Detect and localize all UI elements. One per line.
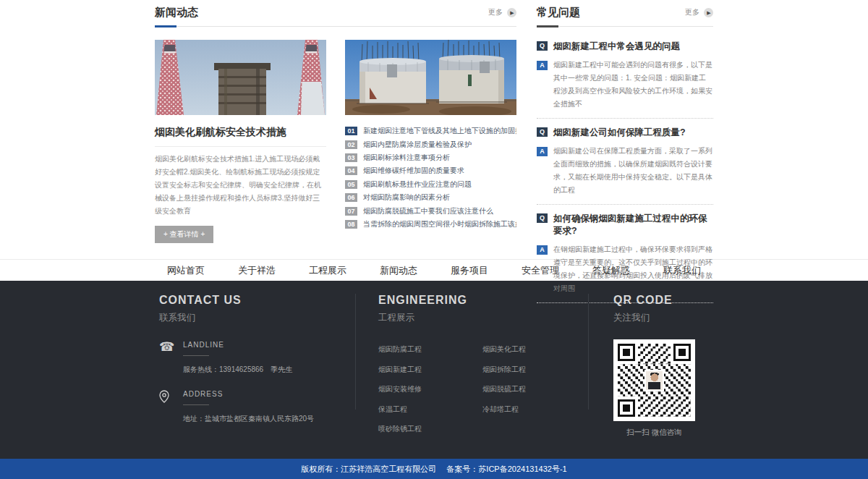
footer-link-insulation[interactable]: 保温工程 [378, 405, 407, 413]
faq-item: Q 如何确保钢烟囱新建施工过程中的环保要求? A 在钢烟囱新建施工过程中，确保环… [537, 213, 713, 303]
faq-separator [537, 118, 713, 119]
news-list-column: 01新建烟囱注意地下管线及其地上地下设施的加固措施 02烟囱内壁防腐涂层质量检验… [345, 40, 516, 243]
faq-question-row[interactable]: Q 烟囱新建公司如何保障工程质量? [537, 127, 713, 139]
question-icon: Q [537, 41, 548, 51]
answer-icon: A [537, 61, 548, 70]
nav-link-home[interactable]: 网站首页 [167, 264, 205, 277]
news-more-link[interactable]: 更多 ▶ [488, 7, 516, 17]
copyright-bar: 版权所有：江苏祥浩高空工程有限公司 备案号：苏ICP备2024131432号-1 [0, 459, 868, 479]
news-item-number: 04 [345, 166, 357, 175]
answer-icon: A [537, 245, 548, 255]
map-pin-icon [159, 390, 183, 424]
qr-code-image [613, 339, 695, 421]
question-icon: Q [537, 127, 548, 137]
phone-number: 服务热线：13914625866 季先生 [183, 365, 292, 375]
landline-underline [183, 355, 209, 356]
featured-article: 烟囱美化刷航标安全技术措施 烟囱美化刷航标安全技术措施1.进入施工现场必须戴好安… [155, 40, 326, 243]
nav-link-contact[interactable]: 联系我们 [663, 264, 701, 277]
question-icon: Q [537, 213, 548, 223]
faq-separator [537, 204, 713, 205]
news-section-title: 新闻动态 [155, 6, 198, 20]
footer-qr-column: QR CODE 关注我们 [589, 294, 713, 438]
news-list-photo[interactable] [345, 40, 516, 115]
news-item-number: 05 [345, 180, 357, 189]
news-list-item[interactable]: 07烟囱防腐脱硫施工中要我们应该注意什么 [345, 204, 516, 217]
nav-link-faq[interactable]: 答疑解惑 [592, 264, 630, 277]
news-item-number: 03 [345, 153, 357, 162]
faq-question-row[interactable]: Q 烟囱新建工程中常会遇见的问题 [537, 41, 713, 53]
faq-item: Q 烟囱新建工程中常会遇见的问题 A 烟囱新建工程中可能会遇到的问题有很多，以下… [537, 41, 713, 119]
phone-icon: ☎ [159, 341, 183, 375]
qr-heading: QR CODE [613, 294, 713, 307]
contact-heading: CONTACT US [159, 294, 355, 307]
news-item-number: 01 [345, 127, 357, 135]
faq-more-link[interactable]: 更多 ▶ [685, 7, 713, 17]
faq-section-title: 常见问题 [537, 6, 580, 20]
news-item-number: 08 [345, 220, 357, 229]
qr-subheading: 关注我们 [613, 312, 713, 324]
contact-subheading: 联系我们 [159, 312, 355, 324]
news-more-label: 更多 [488, 7, 503, 17]
address-text: 地址：盐城市盐都区秦南镇人民东路20号 [183, 414, 314, 424]
footer-link-anticorrosion[interactable]: 烟囱防腐工程 [378, 345, 422, 353]
qr-caption: 扫一扫 微信咨询 [613, 428, 695, 438]
main-content-area: 新闻动态 更多 ▶ [0, 0, 868, 259]
nav-link-safety[interactable]: 安全管理 [522, 264, 559, 277]
faq-question-row[interactable]: Q 如何确保钢烟囱新建施工过程中的环保要求? [537, 213, 713, 237]
nav-link-about[interactable]: 关于祥浩 [238, 264, 276, 277]
featured-article-excerpt: 烟囱美化刷航标安全技术措施1.进入施工现场必须戴好安全帽2.烟囱美化、绘制航标施… [155, 153, 326, 218]
faq-header-rule [537, 26, 713, 27]
footer-contact-column: CONTACT US 联系我们 ☎ LANDLINE 服务热线：13914625… [155, 294, 356, 410]
news-item-number: 07 [345, 207, 357, 216]
address-label: ADDRESS [183, 390, 314, 398]
news-list-item[interactable]: 08当需拆除的烟囱周围空间很小时烟囱拆除施工该如... [345, 218, 516, 231]
faq-more-label: 更多 [685, 7, 699, 17]
footer-engineering-column: ENGINEERING 工程展示 烟囱防腐工程 烟囱新建工程 烟囱安装维修 保温… [356, 294, 589, 410]
footer-link-cooling-tower[interactable]: 冷却塔工程 [482, 405, 519, 413]
nav-link-services[interactable]: 服务项目 [451, 264, 488, 277]
engineering-links-col1: 烟囱防腐工程 烟囱新建工程 烟囱安装维修 保温工程 喷砂除锈工程 [378, 342, 482, 441]
featured-article-title[interactable]: 烟囱美化刷航标安全技术措施 [155, 126, 326, 139]
news-list-item[interactable]: 05烟囱刷航标悬挂作业应注意的问题 [345, 178, 516, 191]
more-arrow-icon: ▶ [704, 8, 713, 17]
footer-link-install-repair[interactable]: 烟囱安装维修 [378, 385, 422, 393]
nav-link-projects[interactable]: 工程展示 [309, 264, 346, 277]
landline-label: LANDLINE [183, 341, 292, 349]
faq-answer: 烟囱新建公司在保障工程质量方面，采取了一系列全面而细致的措施，以确保所建烟囱既符… [553, 145, 713, 197]
engineering-links-col2: 烟囱美化工程 烟囱拆除工程 烟囱脱硫工程 冷却塔工程 [482, 342, 587, 441]
news-list-item[interactable]: 02烟囱内壁防腐涂层质量检验及保护 [345, 137, 516, 151]
news-list-item[interactable]: 06对烟囱防腐影响的因素分析 [345, 191, 516, 204]
nav-link-news[interactable]: 新闻动态 [380, 264, 417, 277]
engineering-heading: ENGINEERING [378, 294, 588, 307]
featured-article-photo[interactable] [155, 40, 326, 115]
news-list-item[interactable]: 03烟囱刷标涂料注意事项分析 [345, 151, 516, 164]
footer-link-demolition[interactable]: 烟囱拆除工程 [482, 365, 526, 373]
view-details-button[interactable]: + 查看详情 + [155, 226, 213, 243]
footer-link-sandblasting[interactable]: 喷砂除锈工程 [378, 425, 422, 433]
footer-link-new-build[interactable]: 烟囱新建工程 [378, 365, 422, 373]
news-list: 01新建烟囱注意地下管线及其地上地下设施的加固措施 02烟囱内壁防腐涂层质量检验… [345, 124, 516, 231]
featured-article-divider [155, 146, 326, 147]
footer-link-beautification[interactable]: 烟囱美化工程 [482, 345, 526, 353]
news-list-item[interactable]: 01新建烟囱注意地下管线及其地上地下设施的加固措施 [345, 124, 516, 137]
copyright-text: 版权所有：江苏祥浩高空工程有限公司 备案号：苏ICP备2024131432号-1 [301, 465, 566, 473]
engineering-subheading: 工程展示 [378, 312, 588, 324]
news-header-rule [155, 26, 516, 27]
qr-center-photo [645, 370, 664, 391]
more-arrow-icon: ▶ [507, 8, 516, 17]
answer-icon: A [537, 147, 548, 156]
news-item-number: 02 [345, 140, 357, 149]
news-item-number: 06 [345, 193, 357, 202]
site-footer: CONTACT US 联系我们 ☎ LANDLINE 服务热线：13914625… [0, 281, 868, 459]
faq-item: Q 烟囱新建公司如何保障工程质量? A 烟囱新建公司在保障工程质量方面，采取了一… [537, 127, 713, 205]
address-underline [183, 404, 209, 405]
faq-answer: 烟囱新建工程中可能会遇到的问题有很多，以下是其中一些常见的问题：1. 安全问题：… [553, 59, 713, 111]
footer-link-desulfurization[interactable]: 烟囱脱硫工程 [482, 385, 526, 393]
news-list-item[interactable]: 04烟囱维修碳纤维加固的质量要求 [345, 164, 516, 177]
